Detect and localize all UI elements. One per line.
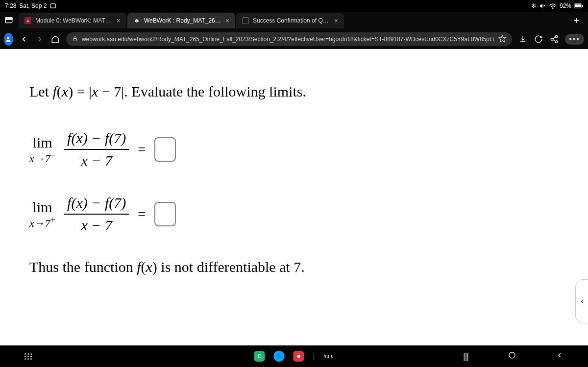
- new-tab-button[interactable]: +: [568, 13, 584, 28]
- wifi-icon: [549, 3, 557, 9]
- status-time: 7:28: [5, 2, 16, 9]
- dock: C | hulu: [254, 351, 334, 362]
- app-drawer-button[interactable]: [24, 353, 38, 360]
- more-menu-button[interactable]: •••: [565, 34, 584, 45]
- answer-input-left[interactable]: [154, 137, 176, 162]
- svg-marker-11: [499, 35, 505, 42]
- limit-right-row: lim x→7+ f(x) − f(7) x − 7 =: [29, 194, 559, 234]
- url-text: webwork.asu.edu/webwork2/Rody_MAT_265_On…: [82, 36, 494, 43]
- system-nav-bar: C | hulu |||: [0, 345, 588, 367]
- reload-button[interactable]: [534, 32, 543, 46]
- tab-success[interactable]: Success Confirmation of Questi ×: [236, 13, 344, 28]
- favicon-webwork: ✽: [133, 17, 140, 24]
- dock-app-c[interactable]: C: [254, 351, 265, 362]
- svg-point-9: [7, 37, 10, 39]
- problem-statement: Let f(x) = |x − 7|. Evaluate the followi…: [29, 83, 559, 100]
- svg-point-3: [552, 8, 553, 8]
- tab-title: WeBWorK : Rody_MAT_265_Onl: [144, 17, 221, 24]
- svg-rect-0: [50, 4, 56, 8]
- svg-point-18: [509, 352, 515, 358]
- tab-title: Success Confirmation of Questi: [253, 17, 330, 24]
- let-text: Let: [29, 83, 52, 99]
- mute-icon: [539, 2, 546, 9]
- bluetooth-icon: ✻: [531, 2, 536, 9]
- screenshot-icon: [49, 2, 56, 9]
- answer-input-right[interactable]: [154, 202, 176, 226]
- svg-line-16: [553, 40, 556, 41]
- battery-icon: [574, 3, 583, 8]
- svg-rect-6: [582, 5, 583, 7]
- page-content: Let f(x) = |x − 7|. Evaluate the followi…: [0, 49, 588, 345]
- evaluate-text: . Evaluate the following limits.: [124, 83, 306, 99]
- battery-level: 92%: [560, 2, 571, 9]
- dock-app-recorder[interactable]: [293, 351, 304, 362]
- close-icon[interactable]: ×: [117, 17, 121, 24]
- download-button[interactable]: [518, 32, 528, 46]
- equals-sign: =: [138, 206, 146, 222]
- svg-point-13: [551, 38, 553, 41]
- share-button[interactable]: [549, 32, 559, 46]
- home-nav-button[interactable]: [508, 351, 516, 362]
- svg-point-17: [297, 355, 300, 358]
- conclusion-text: Thus the function f(x) is not differenti…: [29, 259, 559, 275]
- lim-block-left: lim x→7−: [29, 134, 55, 165]
- svg-point-14: [555, 41, 558, 43]
- svg-point-12: [555, 36, 558, 38]
- lim-block-right: lim x→7+: [29, 199, 55, 230]
- dock-separator: |: [313, 352, 315, 361]
- browser-tab-bar: A Module 0: WeBWorK: MAT 265: × ✽ WeBWor…: [0, 12, 588, 29]
- lim-word: lim: [29, 199, 55, 215]
- lim-word: lim: [29, 134, 55, 150]
- close-icon[interactable]: ×: [334, 17, 338, 24]
- tab-title: Module 0: WeBWorK: MAT 265:: [35, 17, 113, 24]
- close-icon[interactable]: ×: [225, 17, 229, 24]
- lock-icon: [72, 36, 78, 43]
- window-menu-button[interactable]: [3, 15, 15, 26]
- browser-toolbar: webwork.asu.edu/webwork2/Rody_MAT_265_On…: [0, 29, 588, 49]
- limit-left-row: lim x→7− f(x) − f(7) x − 7 =: [29, 129, 559, 170]
- status-date: Sat, Sep 2: [19, 2, 47, 9]
- recents-button[interactable]: |||: [463, 351, 468, 362]
- equals-sign: =: [138, 142, 146, 157]
- svg-rect-8: [5, 18, 12, 20]
- back-button[interactable]: [19, 32, 29, 46]
- favicon-blank: [242, 17, 249, 24]
- back-nav-button[interactable]: [556, 351, 564, 362]
- tab-webwork[interactable]: ✽ WeBWorK : Rody_MAT_265_Onl ×: [127, 13, 235, 28]
- dock-app-hulu[interactable]: hulu: [324, 354, 334, 359]
- status-bar: 7:28 Sat, Sep 2 ✻ 92%: [0, 0, 588, 12]
- svg-line-15: [553, 37, 556, 39]
- favicon-asu: A: [24, 17, 31, 24]
- tab-module-0[interactable]: A Module 0: WeBWorK: MAT 265: ×: [19, 13, 126, 28]
- fraction-left: f(x) − f(7) x − 7: [64, 129, 129, 170]
- svg-rect-10: [73, 38, 76, 41]
- fraction-right: f(x) − f(7) x − 7: [64, 194, 129, 234]
- address-bar[interactable]: webwork.asu.edu/webwork2/Rody_MAT_265_On…: [66, 32, 512, 46]
- home-button[interactable]: [50, 32, 60, 46]
- bookmark-star-icon[interactable]: [498, 35, 506, 44]
- side-panel-handle[interactable]: [575, 279, 588, 323]
- svg-rect-5: [575, 4, 581, 7]
- forward-button[interactable]: [35, 32, 45, 46]
- dock-app-messenger[interactable]: [273, 351, 284, 362]
- profile-button[interactable]: [4, 33, 13, 46]
